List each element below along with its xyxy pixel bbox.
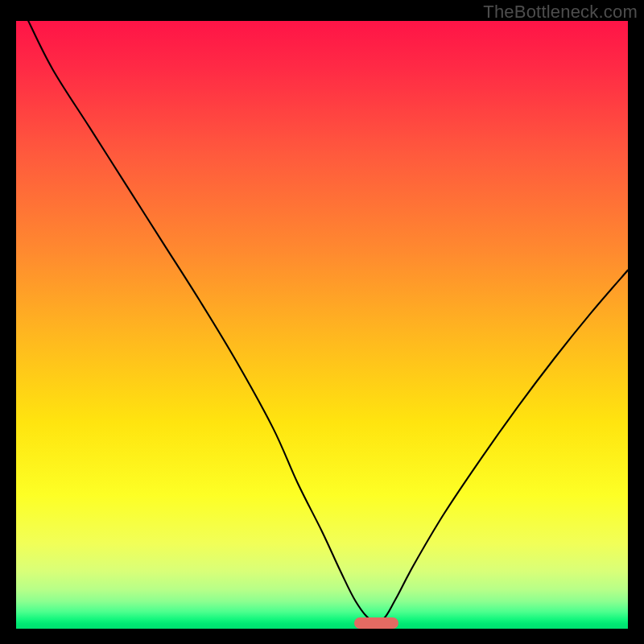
optimal-zone-marker — [354, 617, 398, 629]
watermark-text: TheBottleneck.com — [483, 2, 638, 23]
chart-frame: TheBottleneck.com — [0, 0, 644, 644]
plot-area — [16, 21, 628, 629]
bottleneck-curve — [16, 21, 628, 629]
